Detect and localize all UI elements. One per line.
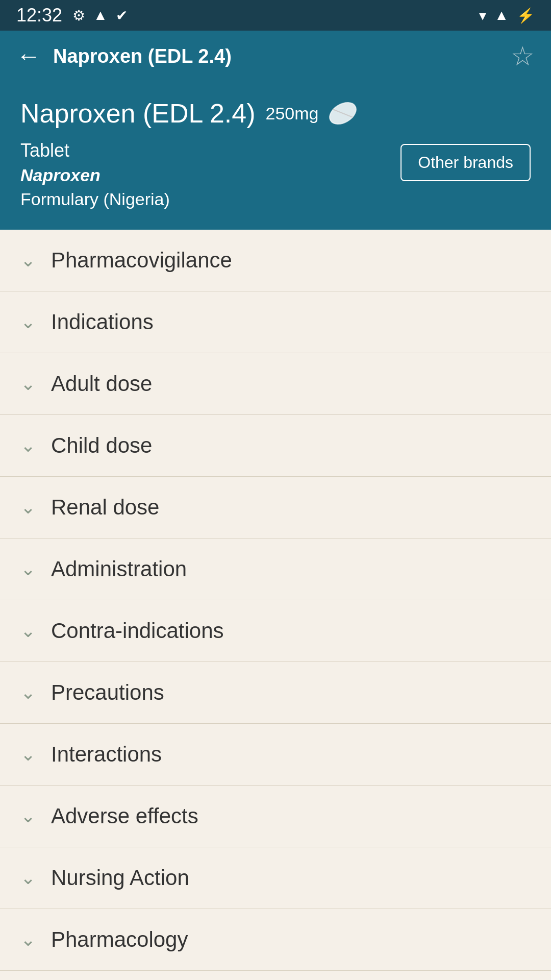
drug-title-row: Naproxen (EDL 2.4) 250mg bbox=[20, 97, 531, 130]
section-label: Nursing Action bbox=[51, 866, 189, 890]
section-label: Interactions bbox=[51, 742, 162, 767]
check-icon: ✔ bbox=[116, 7, 128, 24]
app-bar-title: Naproxen (EDL 2.4) bbox=[53, 45, 232, 67]
battery-icon: ⚡ bbox=[517, 7, 535, 24]
app-bar-left: ← Naproxen (EDL 2.4) bbox=[16, 44, 232, 68]
section-item[interactable]: ⌄Renal dose bbox=[0, 477, 551, 538]
section-label: Pharmacology bbox=[51, 927, 188, 952]
status-icons: ⚙ ▲ ✔ bbox=[72, 7, 128, 24]
section-item[interactable]: ⌄Nursing Action bbox=[0, 847, 551, 909]
status-bar-right: ▾ ▲ ⚡ bbox=[479, 7, 535, 24]
section-label: Precautions bbox=[51, 680, 164, 705]
section-label: Administration bbox=[51, 557, 187, 581]
drug-form: Tablet bbox=[20, 140, 170, 161]
drive-icon: ▲ bbox=[93, 7, 108, 23]
signal-icon: ▲ bbox=[494, 7, 509, 23]
drug-name: Naproxen (EDL 2.4) bbox=[20, 98, 256, 129]
app-bar: ← Naproxen (EDL 2.4) ☆ bbox=[0, 31, 551, 82]
section-label: Adult dose bbox=[51, 372, 152, 396]
gear-icon: ⚙ bbox=[72, 7, 85, 24]
chevron-down-icon: ⌄ bbox=[20, 373, 36, 395]
chevron-down-icon: ⌄ bbox=[20, 250, 36, 271]
drug-meta-row: Tablet Naproxen Formulary (Nigeria) Othe… bbox=[20, 140, 531, 209]
header-content: Naproxen (EDL 2.4) 250mg Tablet Naproxen… bbox=[0, 82, 551, 230]
status-bar-left: 12:32 ⚙ ▲ ✔ bbox=[16, 5, 128, 26]
wifi-icon: ▾ bbox=[479, 7, 486, 24]
chevron-down-icon: ⌄ bbox=[20, 867, 36, 889]
chevron-down-icon: ⌄ bbox=[20, 805, 36, 827]
section-item[interactable]: ⌄Pharmacology bbox=[0, 909, 551, 971]
drug-generic: Naproxen bbox=[20, 165, 170, 185]
pill-icon bbox=[327, 97, 359, 130]
section-label: Adverse effects bbox=[51, 804, 198, 828]
chevron-down-icon: ⌄ bbox=[20, 929, 36, 950]
section-item[interactable]: ⌄Administration bbox=[0, 538, 551, 600]
favorite-button[interactable]: ☆ bbox=[511, 43, 535, 69]
status-time: 12:32 bbox=[16, 5, 62, 26]
section-item[interactable]: ⌄Contra-indications bbox=[0, 600, 551, 662]
section-item[interactable]: ⌄Child dose bbox=[0, 415, 551, 477]
section-item[interactable]: ⌄Product description bbox=[0, 971, 551, 980]
section-label: Child dose bbox=[51, 433, 152, 458]
drug-dosage: 250mg bbox=[266, 104, 319, 124]
chevron-down-icon: ⌄ bbox=[20, 682, 36, 703]
section-label: Contra-indications bbox=[51, 619, 224, 643]
chevron-down-icon: ⌄ bbox=[20, 558, 36, 580]
section-label: Indications bbox=[51, 310, 154, 334]
section-item[interactable]: ⌄Adult dose bbox=[0, 353, 551, 415]
back-button[interactable]: ← bbox=[16, 44, 41, 68]
drug-meta-left: Tablet Naproxen Formulary (Nigeria) bbox=[20, 140, 170, 209]
chevron-down-icon: ⌄ bbox=[20, 744, 36, 765]
chevron-down-icon: ⌄ bbox=[20, 620, 36, 642]
drug-formulary: Formulary (Nigeria) bbox=[20, 189, 170, 209]
status-bar: 12:32 ⚙ ▲ ✔ ▾ ▲ ⚡ bbox=[0, 0, 551, 31]
other-brands-button[interactable]: Other brands bbox=[400, 144, 531, 181]
sections-list: ⌄Pharmacovigilance⌄Indications⌄Adult dos… bbox=[0, 230, 551, 980]
section-label: Renal dose bbox=[51, 495, 159, 520]
section-label: Pharmacovigilance bbox=[51, 248, 232, 273]
chevron-down-icon: ⌄ bbox=[20, 497, 36, 518]
section-item[interactable]: ⌄Pharmacovigilance bbox=[0, 230, 551, 291]
section-item[interactable]: ⌄Interactions bbox=[0, 724, 551, 786]
section-item[interactable]: ⌄Adverse effects bbox=[0, 786, 551, 847]
chevron-down-icon: ⌄ bbox=[20, 435, 36, 456]
chevron-down-icon: ⌄ bbox=[20, 311, 36, 333]
section-item[interactable]: ⌄Precautions bbox=[0, 662, 551, 724]
section-item[interactable]: ⌄Indications bbox=[0, 291, 551, 353]
